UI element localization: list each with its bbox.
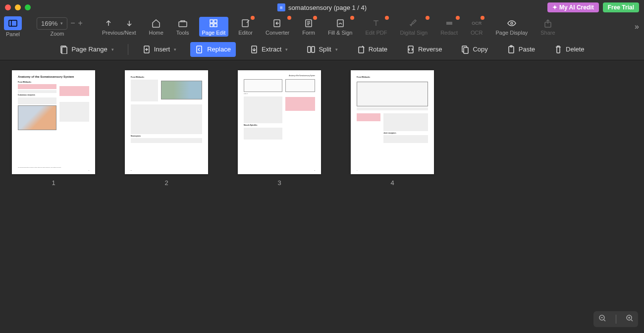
window-maximize[interactable] bbox=[25, 4, 31, 10]
pen-icon bbox=[408, 18, 420, 29]
edit-pdf-tab[interactable]: Edit PDF bbox=[362, 17, 390, 37]
page-edit-label: Page Edit bbox=[202, 30, 226, 36]
zoom-value: 169% bbox=[41, 20, 57, 27]
ocr-icon: OCR bbox=[471, 18, 483, 29]
page-thumbnail-2[interactable]: From Wikibooks Nociceptors 2 bbox=[125, 70, 208, 174]
window-minimize[interactable] bbox=[15, 4, 21, 10]
ocr-tab[interactable]: OCR OCR bbox=[468, 17, 485, 37]
home-icon bbox=[150, 18, 162, 29]
form-tab[interactable]: Form bbox=[299, 17, 318, 37]
split-icon bbox=[307, 45, 316, 54]
zoom-in-button[interactable]: + bbox=[78, 19, 83, 28]
ai-credit-button[interactable]: ✦ My AI Credit bbox=[547, 2, 599, 12]
svg-rect-20 bbox=[197, 46, 202, 53]
convert-icon bbox=[271, 18, 283, 29]
trash-icon bbox=[554, 45, 563, 54]
share-label: Share bbox=[540, 30, 555, 36]
rotate-icon bbox=[357, 45, 366, 54]
zoom-out-button[interactable]: − bbox=[70, 19, 75, 28]
home-tab[interactable]: Home bbox=[146, 17, 166, 37]
page-source: From Wikibooks bbox=[357, 76, 428, 79]
panel-button[interactable] bbox=[4, 16, 22, 30]
fill-sign-label: Fill & Sign bbox=[328, 30, 353, 36]
split-button[interactable]: Split ▾ bbox=[302, 42, 342, 57]
digital-sign-label: Digital Sign bbox=[400, 30, 428, 36]
page-source: From Wikibooks bbox=[18, 81, 89, 84]
extract-icon bbox=[250, 45, 259, 54]
page-edit-tab[interactable]: Page Edit bbox=[199, 17, 229, 37]
thumbnails-area: Anatomy of the Somatosensory System From… bbox=[0, 60, 644, 196]
digital-sign-tab[interactable]: Digital Sign bbox=[397, 17, 430, 37]
converter-tab[interactable]: Converter bbox=[263, 17, 292, 37]
svg-rect-23 bbox=[312, 47, 315, 52]
page-display-tab[interactable]: Page Display bbox=[492, 17, 531, 37]
svg-rect-7 bbox=[242, 20, 248, 27]
notification-dot bbox=[251, 16, 255, 20]
replace-button[interactable]: Replace bbox=[190, 42, 236, 57]
svg-rect-3 bbox=[210, 20, 213, 23]
chevron-down-icon: ▾ bbox=[285, 47, 288, 52]
svg-rect-5 bbox=[210, 24, 213, 27]
svg-rect-0 bbox=[9, 20, 17, 26]
fill-sign-tab[interactable]: Fill & Sign bbox=[325, 17, 356, 37]
page-number: 2 bbox=[164, 179, 168, 187]
free-trial-button[interactable]: Free Trial bbox=[603, 2, 639, 12]
svg-rect-6 bbox=[214, 24, 217, 27]
arrow-down-icon bbox=[123, 18, 135, 29]
notification-dot bbox=[287, 16, 291, 20]
page-range-label: Page Range bbox=[71, 46, 107, 53]
tools-label: Tools bbox=[176, 30, 189, 36]
zoom-out-icon[interactable] bbox=[598, 314, 606, 324]
chevron-down-icon: ▾ bbox=[335, 47, 338, 52]
notification-dot bbox=[385, 16, 389, 20]
notification-dot bbox=[313, 16, 317, 20]
zoom-in-icon[interactable] bbox=[626, 314, 634, 324]
extract-button[interactable]: Extract ▾ bbox=[245, 42, 293, 57]
reverse-button[interactable]: Reverse bbox=[401, 42, 447, 57]
page-header: Anatomy of the Somatosensory System bbox=[244, 75, 315, 77]
redact-label: Redact bbox=[440, 30, 458, 36]
paste-button[interactable]: Paste bbox=[502, 42, 540, 57]
editor-tab[interactable]: Editor bbox=[235, 17, 256, 37]
extract-label: Extract bbox=[262, 46, 281, 53]
insert-button[interactable]: Insert ▾ bbox=[137, 42, 182, 57]
edit-pdf-label: Edit PDF bbox=[365, 30, 387, 36]
window-close[interactable] bbox=[5, 4, 11, 10]
sign-icon bbox=[334, 18, 346, 29]
window-title: somatosensory (page 1 / 4) bbox=[288, 4, 367, 11]
ocr-label: OCR bbox=[471, 30, 483, 36]
tools-tab[interactable]: Tools bbox=[173, 17, 192, 37]
eye-icon bbox=[506, 18, 518, 29]
notification-dot bbox=[426, 16, 429, 20]
svg-line-31 bbox=[604, 320, 605, 321]
split-label: Split bbox=[319, 46, 331, 53]
paste-label: Paste bbox=[519, 46, 535, 53]
svg-rect-18 bbox=[62, 47, 67, 54]
arrow-up-icon bbox=[103, 18, 114, 29]
app-icon: ≡ bbox=[277, 3, 285, 11]
svg-rect-4 bbox=[214, 20, 217, 23]
zoom-selector[interactable]: 169% ▾ bbox=[37, 17, 67, 30]
edit-icon bbox=[240, 18, 252, 29]
replace-label: Replace bbox=[207, 46, 231, 53]
prev-next-nav[interactable]: Previous/Next bbox=[99, 17, 139, 37]
redact-tab[interactable]: Redact bbox=[437, 17, 461, 37]
editor-label: Editor bbox=[238, 30, 253, 36]
page-thumbnail-4[interactable]: From Wikibooks Joint receptors 4 bbox=[351, 70, 434, 174]
svg-point-15 bbox=[511, 22, 513, 24]
panel-label: Panel bbox=[6, 31, 20, 37]
notification-dot bbox=[481, 16, 484, 20]
ai-credit-label: My AI Credit bbox=[559, 4, 594, 11]
copy-button[interactable]: Copy bbox=[456, 42, 492, 57]
more-button[interactable]: » bbox=[635, 22, 639, 31]
delete-button[interactable]: Delete bbox=[549, 42, 590, 57]
page-thumbnail-3[interactable]: Anatomy of the Somatosensory System Tabl… bbox=[238, 70, 321, 174]
share-tab[interactable]: Share bbox=[537, 17, 558, 37]
converter-label: Converter bbox=[266, 30, 289, 36]
tools-icon bbox=[177, 18, 189, 29]
page-thumbnail-1[interactable]: Anatomy of the Somatosensory System From… bbox=[12, 70, 95, 174]
divider bbox=[616, 315, 616, 324]
rotate-button[interactable]: Rotate bbox=[352, 42, 392, 57]
zoom-label: Zoom bbox=[50, 31, 64, 37]
page-range-button[interactable]: Page Range ▾ bbox=[54, 42, 118, 57]
